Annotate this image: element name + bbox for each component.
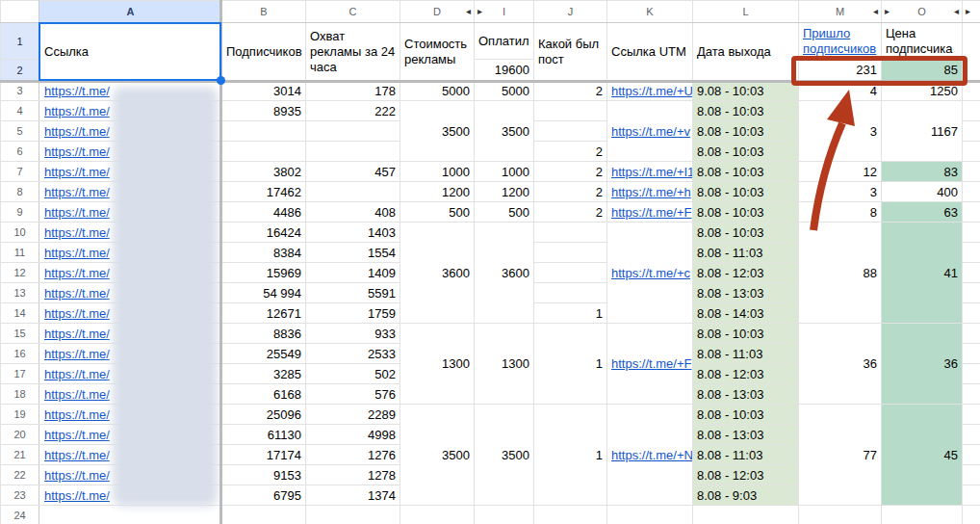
cell-D19[interactable]: 3500 (400, 405, 475, 506)
row-header-8[interactable]: 8 (1, 182, 39, 202)
cell-D10[interactable]: 3600 (400, 223, 475, 324)
cell-B9[interactable]: 4486 (222, 202, 306, 223)
cell-next-4[interactable] (963, 101, 980, 121)
cell-next-9[interactable] (963, 202, 980, 223)
cell-J7[interactable]: 2 (534, 162, 607, 182)
cell-C21[interactable]: 1276 (306, 445, 400, 465)
column-header-k[interactable]: K (607, 1, 693, 23)
cell-C3[interactable]: 178 (306, 81, 400, 101)
cell-L15[interactable]: 8.08 - 10:03 (693, 324, 799, 344)
cell-O4[interactable]: 1167 (882, 101, 963, 162)
cell-C5[interactable] (306, 121, 400, 142)
cell-next-23[interactable] (963, 485, 980, 506)
cell-next-21[interactable] (963, 445, 980, 465)
cell-B5[interactable] (222, 121, 306, 142)
cell-L23[interactable]: 8.08 - 9:03 (693, 485, 799, 506)
cell-A24[interactable] (39, 506, 222, 524)
utm-link[interactable]: https://t.me/+c (611, 266, 690, 280)
cell-C8[interactable] (306, 182, 400, 202)
telegram-link[interactable]: https://t.me/ (44, 387, 110, 402)
cell-next-22[interactable] (963, 465, 980, 485)
cell-J5[interactable] (534, 121, 607, 142)
column-header-d[interactable]: D◂ (400, 1, 475, 23)
row-header-24[interactable]: 24 (1, 506, 39, 524)
hidden-columns-left-icon[interactable]: ◂ (873, 7, 878, 16)
utm-link[interactable]: https://t.me/+U (611, 84, 693, 98)
cell-L16[interactable]: 8.08 - 11:03 (693, 344, 799, 364)
cell-next-8[interactable] (963, 182, 980, 202)
row-header-2[interactable]: 2 (1, 60, 39, 81)
cell-C16[interactable]: 2533 (306, 344, 400, 364)
cell-J12[interactable] (534, 263, 607, 283)
cell-M19[interactable]: 77 (799, 405, 882, 506)
cell-C15[interactable]: 933 (306, 324, 400, 344)
cell-next-20[interactable] (963, 425, 980, 445)
cell-B15[interactable]: 8836 (222, 324, 306, 344)
cell-C7[interactable]: 457 (306, 162, 400, 182)
telegram-link[interactable]: https://t.me/ (44, 468, 110, 483)
column-header-l[interactable]: L (693, 1, 799, 23)
cell-C6[interactable] (306, 142, 400, 162)
telegram-link[interactable]: https://t.me/ (44, 205, 110, 220)
fill-handle[interactable] (217, 76, 225, 85)
row-header-4[interactable]: 4 (1, 101, 39, 121)
row-header-22[interactable]: 22 (1, 465, 39, 485)
cell-B17[interactable]: 3285 (222, 364, 306, 384)
cell-D9[interactable]: 500 (400, 202, 475, 223)
cell-L4[interactable]: 8.08 - 10:03 (693, 101, 799, 121)
cell-K15[interactable]: https://t.me/+F (607, 324, 693, 405)
cell-B8[interactable]: 17462 (222, 182, 306, 202)
cell-J6[interactable]: 2 (534, 142, 607, 162)
cell-C18[interactable]: 576 (306, 384, 400, 405)
row-header-15[interactable]: 15 (1, 324, 39, 344)
cell-L10[interactable]: 8.08 - 10:03 (693, 223, 799, 243)
cell-C19[interactable]: 2289 (306, 405, 400, 425)
cell-B18[interactable]: 6168 (222, 384, 306, 405)
cell-next-11[interactable] (963, 243, 980, 263)
cell-B1[interactable]: Подписчиков (222, 23, 306, 81)
cell-L11[interactable]: 8.08 - 11:03 (693, 243, 799, 263)
cell-L6[interactable]: 8.08 - 10:03 (693, 142, 799, 162)
row-header-18[interactable]: 18 (1, 384, 39, 405)
cell-L19[interactable]: 8.08 - 10:03 (693, 405, 799, 425)
telegram-link[interactable]: https://t.me/ (44, 347, 110, 361)
cell-C1[interactable]: Охват рекламы за 24 часа (306, 23, 400, 81)
cell-I3[interactable]: 5000 (475, 81, 534, 101)
cell-M4[interactable]: 3 (799, 101, 882, 162)
telegram-link[interactable]: https://t.me/ (44, 448, 110, 462)
cell-L22[interactable]: 8.08 - 12:03 (693, 465, 799, 485)
cell-B10[interactable]: 16424 (222, 223, 306, 243)
hidden-columns-right-icon[interactable]: ▸ (966, 7, 970, 16)
cell-J10[interactable] (534, 223, 607, 243)
cell-B24[interactable] (222, 506, 306, 524)
cell-B16[interactable]: 25549 (222, 344, 306, 364)
cell-M7[interactable]: 12 (799, 162, 882, 182)
cell-C12[interactable]: 1409 (306, 263, 400, 283)
cell-D4[interactable]: 3500 (400, 101, 475, 162)
row-header-17[interactable]: 17 (1, 364, 39, 384)
cell-D24[interactable] (400, 506, 475, 524)
cell-O9[interactable]: 63 (882, 202, 963, 223)
row-header-5[interactable]: 5 (1, 121, 39, 142)
cell-next-7[interactable] (963, 162, 980, 182)
cell-M1[interactable]: Пришло подписчиков (799, 23, 882, 60)
cell-B23[interactable]: 6795 (222, 485, 306, 506)
cell-C22[interactable]: 1278 (306, 465, 400, 485)
cell-I2[interactable]: 19600 (475, 60, 534, 81)
cell-I7[interactable]: 1000 (475, 162, 534, 182)
cell-L9[interactable]: 8.08 - 10:03 (693, 202, 799, 223)
cell-next-6[interactable] (963, 142, 980, 162)
column-header-a[interactable]: A (39, 1, 222, 23)
cell-B3[interactable]: 3014 (222, 81, 306, 101)
cell-D15[interactable]: 1300 (400, 324, 475, 405)
column-header-i[interactable]: I▸ (475, 1, 534, 23)
cell-M15[interactable]: 36 (799, 324, 882, 405)
telegram-link[interactable]: https://t.me/ (44, 104, 110, 118)
cell-C10[interactable]: 1403 (306, 223, 400, 243)
corner-cell[interactable] (1, 1, 39, 23)
cell-J24[interactable] (534, 506, 607, 524)
telegram-link[interactable]: https://t.me/ (44, 165, 110, 179)
cell-I15[interactable]: 1300 (475, 324, 534, 405)
cell-L8[interactable]: 8.08 - 10:03 (693, 182, 799, 202)
cell-D7[interactable]: 1000 (400, 162, 475, 182)
